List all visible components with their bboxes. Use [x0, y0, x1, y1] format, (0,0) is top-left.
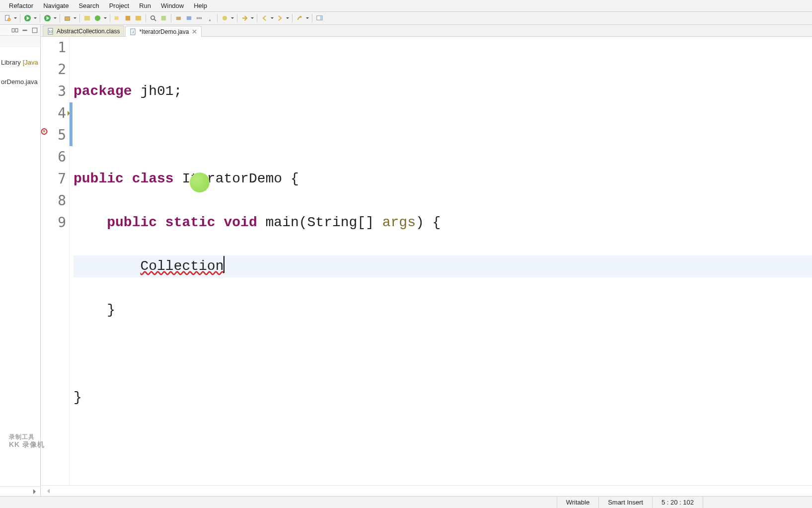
toolbar-separator: [60, 14, 60, 22]
toggle-breadcrumb-button[interactable]: [195, 13, 204, 23]
keyword: class: [132, 171, 174, 186]
svg-rect-6: [65, 17, 70, 21]
new-button[interactable]: [3, 13, 12, 23]
error-marker-icon[interactable]: [41, 128, 48, 135]
tab-abstract-collection[interactable]: 10 AbstractCollection.class: [43, 25, 124, 36]
link-with-editor-icon[interactable]: [11, 27, 18, 34]
minimize-icon[interactable]: [21, 27, 28, 34]
menu-project[interactable]: Project: [104, 0, 134, 11]
perspective-button[interactable]: [315, 13, 324, 23]
line-number: 3: [48, 81, 66, 102]
line-number: 5: [48, 124, 66, 146]
svg-text:J: J: [132, 30, 134, 34]
code-area[interactable]: package jh01; public class IteratorDemo …: [70, 37, 812, 485]
toolbar-separator: [110, 14, 110, 22]
scroll-left-icon: [45, 489, 50, 494]
java-file-icon: J: [130, 28, 137, 35]
line-number: 8: [48, 190, 66, 212]
editor-horizontal-scroll[interactable]: [41, 485, 812, 496]
keyword: public: [107, 215, 157, 230]
open-task-button[interactable]: [123, 13, 133, 23]
pin-button[interactable]: [205, 13, 215, 23]
svg-point-20: [222, 16, 227, 20]
step-button[interactable]: [240, 13, 249, 23]
print-button[interactable]: [174, 13, 183, 23]
keyword: void: [224, 215, 257, 230]
marker-ruler[interactable]: [41, 37, 48, 485]
scroll-right-icon: [33, 489, 38, 494]
tree-file-node[interactable]: orDemo.java: [0, 68, 39, 87]
toggle-mark-button[interactable]: [159, 13, 168, 23]
new-package-button[interactable]: [63, 13, 72, 23]
svg-rect-11: [136, 16, 141, 20]
svg-text:10: 10: [48, 29, 53, 34]
menu-refactor[interactable]: Refactor: [4, 0, 38, 11]
run-dropdown[interactable]: [33, 13, 37, 23]
last-edit-dropdown[interactable]: [305, 13, 309, 23]
tree-item-decorator: [Java: [23, 59, 38, 66]
svg-rect-17: [197, 17, 198, 19]
svg-rect-16: [187, 16, 191, 20]
line-number: 4: [48, 102, 66, 124]
open-type-button[interactable]: [113, 13, 122, 23]
tree-library-node[interactable]: Library [Java: [0, 49, 39, 68]
menu-window[interactable]: Window: [156, 0, 189, 11]
svg-point-8: [95, 15, 100, 21]
change-marker: [70, 102, 73, 146]
menu-navigate[interactable]: Navigate: [38, 0, 74, 11]
nav-back-button[interactable]: [260, 13, 269, 23]
package-explorer-header: [0, 25, 40, 36]
tree-item-label: Library: [1, 59, 21, 66]
code-text: }: [74, 390, 82, 405]
close-icon[interactable]: [191, 29, 197, 35]
new-package-dropdown[interactable]: [73, 13, 77, 23]
toolbar-separator: [79, 14, 80, 22]
skip-breakpoints-button[interactable]: [220, 13, 229, 23]
nav-fwd-dropdown[interactable]: [286, 13, 290, 23]
new-interface-button[interactable]: [93, 13, 102, 23]
open-resource-button[interactable]: [134, 13, 143, 23]
svg-rect-26: [32, 28, 37, 32]
build-button[interactable]: [184, 13, 194, 23]
line-number: 6: [48, 146, 66, 168]
tab-iterator-demo[interactable]: J *IteratorDemo.java: [125, 26, 202, 37]
step-dropdown[interactable]: [250, 13, 254, 23]
toolbar-separator: [146, 14, 146, 22]
status-writable[interactable]: Writable: [557, 497, 598, 508]
new-dropdown[interactable]: [13, 13, 17, 23]
line-number-gutter[interactable]: 1 2 3 4 5 6 7 8 9: [48, 37, 70, 485]
package-explorer-scroll[interactable]: [0, 486, 40, 496]
package-explorer-toolbar: [0, 36, 40, 47]
svg-rect-19: [200, 17, 202, 19]
skip-breakpoints-dropdown[interactable]: [230, 13, 234, 23]
menu-search[interactable]: Search: [74, 0, 104, 11]
run-button[interactable]: [23, 13, 32, 23]
nav-fwd-button[interactable]: [275, 13, 285, 23]
status-trailing: [703, 497, 812, 508]
maximize-icon[interactable]: [31, 27, 38, 34]
new-class-button[interactable]: [82, 13, 92, 23]
debug-run-button[interactable]: [43, 13, 52, 23]
status-insert-mode[interactable]: Smart Insert: [598, 497, 652, 508]
new-interface-dropdown[interactable]: [103, 13, 107, 23]
main-toolbar: [0, 12, 812, 25]
code-text: main(String[]: [257, 215, 382, 230]
change-ruler: [70, 37, 73, 485]
last-edit-button[interactable]: [295, 13, 304, 23]
svg-rect-15: [176, 17, 181, 20]
svg-rect-24: [15, 28, 18, 32]
debug-run-dropdown[interactable]: [53, 13, 57, 23]
keyword: public: [74, 171, 124, 186]
menu-run[interactable]: Run: [134, 0, 156, 11]
svg-rect-10: [126, 16, 130, 20]
nav-back-dropdown[interactable]: [270, 13, 274, 23]
code-editor[interactable]: 1 2 3 4 5 6 7 8 9 package jh01; public c…: [41, 37, 812, 485]
toolbar-separator: [20, 14, 20, 22]
search-button[interactable]: [148, 13, 158, 23]
toolbar-separator: [312, 14, 312, 22]
package-explorer-tree[interactable]: Library [Java orDemo.java: [0, 47, 40, 486]
menu-help[interactable]: Help: [189, 0, 212, 11]
toolbar-separator: [40, 14, 40, 22]
keyword: package: [74, 84, 132, 99]
classfile-icon: 10: [47, 28, 54, 35]
